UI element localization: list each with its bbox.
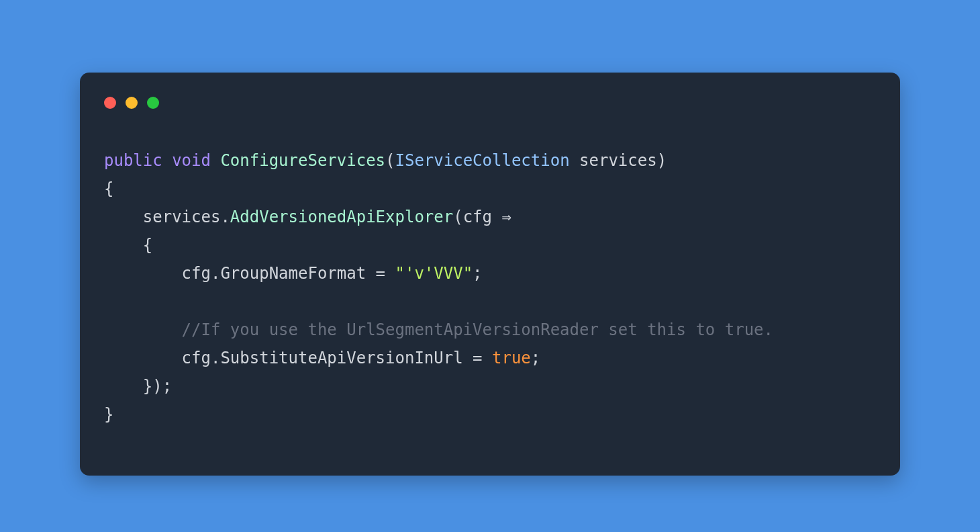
closing-brace-paren-semi: }); [143, 377, 172, 396]
zoom-icon[interactable] [147, 97, 159, 109]
indent [104, 320, 182, 339]
code-block: public void ConfigureServices(IServiceCo… [104, 146, 876, 429]
brace-close: } [104, 405, 113, 424]
lambda-param-cfg: cfg [463, 208, 492, 226]
string-literal: "'v'VVV" [395, 264, 473, 283]
semicolon: ; [531, 349, 540, 367]
comment-line: //If you use the UrlSegmentApiVersionRea… [182, 320, 773, 339]
brace-open: { [143, 236, 152, 255]
keyword-void: void [172, 151, 211, 170]
code-window: public void ConfigureServices(IServiceCo… [80, 73, 900, 476]
indent [104, 208, 143, 226]
paren-open: ( [385, 151, 395, 170]
dot: . [220, 208, 230, 226]
brace-open: { [104, 179, 113, 198]
keyword-public: public [104, 151, 162, 170]
ident-services: services [143, 208, 221, 226]
equals: = [463, 349, 492, 367]
dot: . [211, 349, 220, 367]
method-addversionedapiexplorer: AddVersionedApiExplorer [230, 208, 453, 226]
indent [104, 377, 143, 396]
window-traffic-lights [104, 97, 876, 109]
ident-cfg: cfg [182, 349, 211, 367]
paren-open: ( [453, 208, 462, 226]
method-configureservices: ConfigureServices [220, 151, 385, 170]
paren-close: ) [657, 151, 667, 170]
lambda-arrow: ⇒ [492, 208, 511, 226]
close-icon[interactable] [104, 97, 116, 109]
indent [104, 264, 182, 283]
indent [104, 236, 143, 255]
param-services: services [579, 151, 657, 170]
stage: public void ConfigureServices(IServiceCo… [0, 0, 980, 532]
minimize-icon[interactable] [126, 97, 138, 109]
prop-substituteapiversioninurl: SubstituteApiVersionInUrl [220, 349, 462, 367]
dot: . [211, 264, 220, 283]
equals: = [366, 264, 395, 283]
bool-true: true [492, 349, 531, 367]
semicolon: ; [473, 264, 482, 283]
prop-groupnameformat: GroupNameFormat [220, 264, 366, 283]
type-iservicecollection: IServiceCollection [395, 151, 570, 170]
ident-cfg: cfg [182, 264, 211, 283]
indent [104, 349, 182, 367]
